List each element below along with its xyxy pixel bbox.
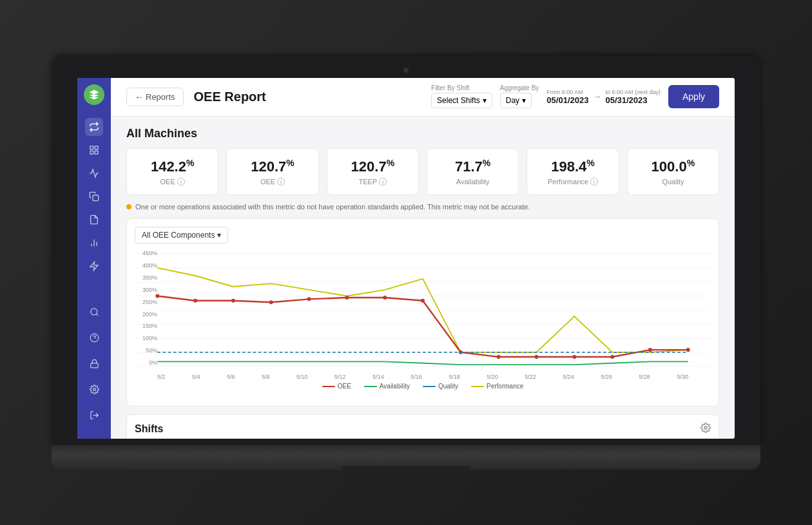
metric-card-1: 120.7% OEE i xyxy=(226,148,318,196)
x-label: 5/2 xyxy=(157,374,166,380)
header-controls: Filter By Shift Select Shifts ▾ Aggregat… xyxy=(431,85,719,108)
sidebar-lock[interactable] xyxy=(85,355,103,373)
chart-filter-label: All OEE Components xyxy=(142,231,215,240)
metric-card-3: 71.7% Availability xyxy=(427,148,519,196)
sidebar-settings[interactable] xyxy=(85,381,103,399)
svg-rect-1 xyxy=(95,146,98,149)
svg-rect-3 xyxy=(90,151,93,154)
x-label: 5/24 xyxy=(563,374,574,380)
logo xyxy=(84,84,104,105)
legend-item: Quality xyxy=(423,383,458,390)
y-label: 400% xyxy=(135,262,157,269)
aggregate-value: Day xyxy=(506,96,519,105)
back-label: Reports xyxy=(146,92,175,102)
metric-value-0: 142.2% xyxy=(137,158,208,176)
svg-point-36 xyxy=(572,355,576,359)
legend-label: Quality xyxy=(438,383,458,390)
shifts-settings-icon[interactable] xyxy=(701,423,711,435)
metric-value-3: 71.7% xyxy=(438,158,508,176)
info-icon-2: i xyxy=(379,178,387,186)
x-label: 5/8 xyxy=(262,374,270,380)
x-label: 5/20 xyxy=(487,374,498,380)
date-from: From 6:00 AM 05/01/2023 xyxy=(546,89,588,105)
page-title: OEE Report xyxy=(194,90,432,104)
x-label: 5/12 xyxy=(334,374,346,380)
y-label: 350% xyxy=(135,274,157,281)
sidebar-search[interactable] xyxy=(85,303,103,321)
back-button[interactable]: ← Reports xyxy=(126,88,184,106)
x-label: 5/22 xyxy=(525,374,536,380)
metric-value-2: 120.7% xyxy=(338,158,408,176)
aggregate-dropdown[interactable]: Day ▾ xyxy=(500,93,532,108)
aggregate-label: Aggregate By xyxy=(500,85,539,91)
sidebar-item-reports[interactable] xyxy=(85,164,103,182)
svg-point-30 xyxy=(345,296,349,300)
chart-y-labels: 450%400%350%300%250%200%150%100%50%0% xyxy=(135,250,157,366)
legend-label: Availability xyxy=(380,383,410,390)
metric-label-3: Availability xyxy=(438,178,508,186)
svg-rect-4 xyxy=(93,195,99,201)
sidebar-item-copy[interactable] xyxy=(85,187,103,205)
metric-label-1: OEE i xyxy=(237,178,307,186)
info-icon-1: i xyxy=(277,178,285,186)
x-label: 5/14 xyxy=(372,374,384,380)
sidebar-item-exchange[interactable] xyxy=(85,118,103,136)
svg-point-14 xyxy=(93,388,95,391)
svg-point-31 xyxy=(383,296,387,300)
legend-item: Performance xyxy=(471,383,523,390)
sidebar-item-dashboard[interactable] xyxy=(85,141,103,159)
x-label: 5/28 xyxy=(639,374,650,380)
sidebar-bottom xyxy=(85,301,103,427)
back-arrow-icon: ← xyxy=(135,92,143,102)
chart-filter-button[interactable]: All OEE Components ▾ xyxy=(135,227,228,243)
chevron-down-icon-3: ▾ xyxy=(217,231,221,240)
warning-text: One or more operations associated with t… xyxy=(135,203,530,211)
date-from-value: 05/01/2023 xyxy=(546,95,588,105)
svg-point-28 xyxy=(269,300,273,304)
sidebar-item-files[interactable] xyxy=(85,211,103,229)
chart-section: All OEE Components ▾ 450%400%350%300%250… xyxy=(126,218,719,406)
y-label: 150% xyxy=(135,323,157,329)
svg-point-34 xyxy=(497,355,501,359)
date-to: to 6:00 AM (next day) 05/31/2023 xyxy=(605,89,661,105)
legend-item: OEE xyxy=(322,383,351,390)
info-icon-4: i xyxy=(590,178,598,186)
svg-point-26 xyxy=(193,299,197,303)
warning-icon xyxy=(126,204,131,209)
svg-point-27 xyxy=(231,299,235,303)
chevron-down-icon-2: ▾ xyxy=(522,96,526,105)
metric-value-4: 198.4% xyxy=(537,158,608,176)
legend-label: Performance xyxy=(487,383,523,390)
camera xyxy=(403,68,409,73)
sidebar-item-analytics[interactable] xyxy=(85,234,103,252)
sidebar-help[interactable] xyxy=(85,329,103,347)
main-content: ← Reports OEE Report Filter By Shift Sel… xyxy=(111,78,735,439)
section-title: All Machines xyxy=(126,127,719,140)
chart-svg xyxy=(135,250,711,379)
date-to-sub: to 6:00 AM (next day) xyxy=(605,89,661,95)
y-label: 300% xyxy=(135,287,157,293)
legend-line xyxy=(471,386,484,387)
date-range: From 6:00 AM 05/01/2023 → to 6:00 AM (ne… xyxy=(546,89,661,105)
chevron-down-icon: ▾ xyxy=(483,96,487,105)
sidebar-logout[interactable] xyxy=(85,406,103,425)
x-label: 5/6 xyxy=(227,374,235,380)
date-from-sub: From 6:00 AM xyxy=(546,89,583,95)
header: ← Reports OEE Report Filter By Shift Sel… xyxy=(111,78,735,117)
metric-cards: 142.2% OEE i 120.7% OEE i 120.7% TEEP i … xyxy=(126,148,719,196)
y-label: 50% xyxy=(135,347,157,354)
svg-marker-8 xyxy=(90,262,98,270)
laptop-base xyxy=(52,454,760,470)
metric-card-4: 198.4% Performance i xyxy=(527,148,619,196)
svg-point-32 xyxy=(421,299,425,303)
select-shifts-dropdown[interactable]: Select Shifts ▾ xyxy=(431,93,492,108)
content-area: All Machines 142.2% OEE i 120.7% OEE i 1… xyxy=(111,117,735,439)
date-arrow-icon: → xyxy=(592,91,601,102)
apply-button[interactable]: Apply xyxy=(668,85,719,108)
svg-point-39 xyxy=(686,348,690,352)
screen: ← Reports OEE Report Filter By Shift Sel… xyxy=(77,78,735,439)
legend-label: OEE xyxy=(338,383,351,390)
metric-card-5: 100.0% Quality xyxy=(627,148,719,196)
sidebar-item-lightning[interactable] xyxy=(85,257,103,275)
x-label: 5/26 xyxy=(601,374,612,380)
